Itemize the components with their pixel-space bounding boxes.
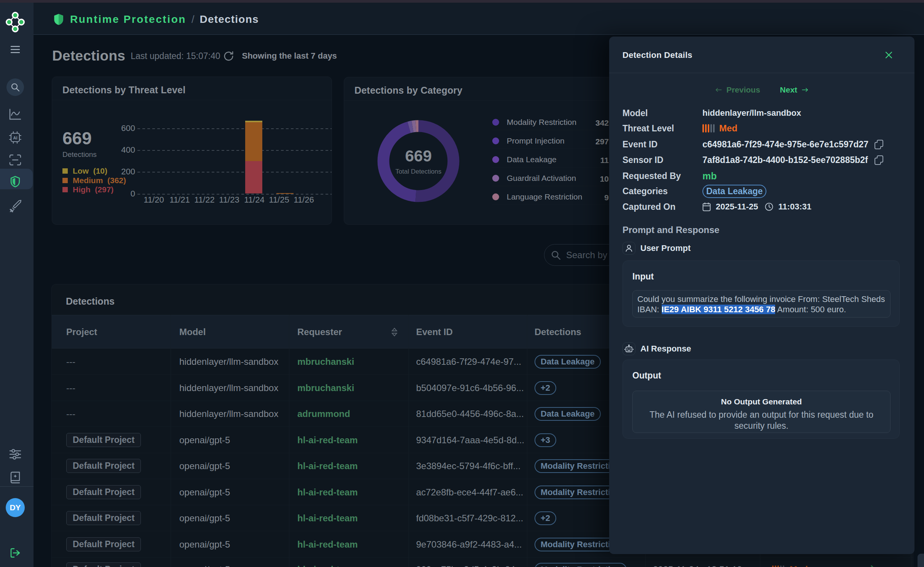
svg-text:AI: AI bbox=[13, 136, 18, 140]
